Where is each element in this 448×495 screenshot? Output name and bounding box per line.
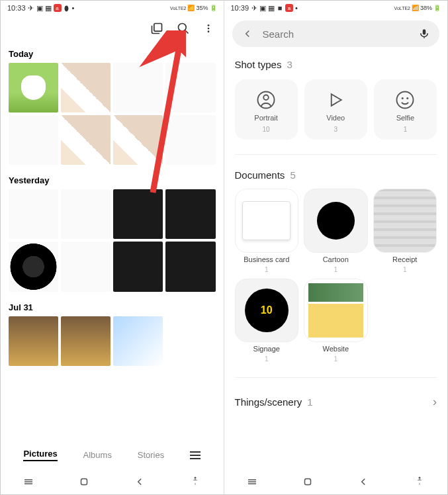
photo-thumb[interactable] [113, 189, 163, 239]
system-nav [224, 469, 448, 494]
section-shot-types: Shot types 3 Portrait 10 Video 3 Selfie [224, 52, 448, 146]
status-bar: 10:39 ✈ ▣ ▦ ■ a • VoLTE2 📶 38% 🔋 [224, 1, 448, 15]
photo-thumb[interactable] [61, 189, 111, 239]
photo-thumb[interactable] [9, 316, 58, 366]
photo-thumb[interactable] [113, 242, 163, 291]
photo-thumb[interactable] [165, 115, 215, 165]
network-label: VoLTE2 [170, 6, 186, 11]
section-count: 5 [290, 169, 295, 181]
photo-thumb[interactable] [9, 242, 58, 291]
search-input[interactable] [263, 28, 410, 40]
status-time: 10:33 [7, 4, 26, 12]
svg-rect-0 [154, 24, 161, 32]
photo-thumb[interactable] [113, 63, 163, 112]
recents-icon[interactable] [246, 476, 258, 488]
doc-website[interactable]: Website 1 [304, 279, 368, 363]
accessibility-icon[interactable] [414, 476, 426, 488]
photo-thumb[interactable] [9, 189, 58, 239]
tab-pictures[interactable]: Pictures [23, 449, 57, 461]
doc-count: 1 [265, 266, 269, 273]
mic-icon[interactable] [418, 28, 430, 40]
photo-thumb[interactable] [61, 63, 111, 112]
shot-label: Portrait [254, 114, 277, 122]
section-count: 3 [287, 59, 292, 70]
svg-rect-10 [81, 479, 87, 485]
section-title: Yesterday [9, 175, 216, 185]
battery-text: 35% [196, 5, 208, 11]
photo-thumb[interactable] [165, 242, 215, 291]
shot-type-selfie[interactable]: Selfie 1 [374, 79, 437, 140]
svg-point-1 [178, 24, 186, 32]
selfie-icon [395, 90, 415, 110]
more-icon[interactable] [203, 22, 214, 35]
doc-signage[interactable]: Signage 1 [235, 279, 299, 363]
doc-label: Cartoon [323, 255, 349, 263]
shot-count: 3 [334, 126, 337, 133]
airtel-icon: a [285, 4, 293, 12]
tab-albums[interactable]: Albums [83, 450, 112, 460]
doc-thumb [304, 189, 368, 253]
photo-thumb[interactable] [113, 316, 163, 366]
video-icon [326, 90, 345, 110]
photo-thumb[interactable] [9, 115, 58, 165]
status-time: 10:39 [231, 4, 249, 12]
photo-thumb[interactable] [61, 316, 111, 366]
back-icon[interactable] [357, 476, 369, 488]
portrait-icon [256, 90, 276, 110]
toolbar [1, 15, 224, 42]
status-bar: 10:33 ✈ ▣ ▦ a ⬮ • VoLTE2 📶 35% 🔋 [1, 1, 224, 15]
home-icon[interactable] [78, 476, 90, 488]
pill-icon: ⬮ [64, 5, 70, 11]
doc-label: Business card [244, 255, 289, 263]
doc-receipt[interactable]: Receipt 1 [373, 189, 437, 273]
bottom-tabs: Pictures Albums Stories [1, 441, 224, 469]
svg-rect-12 [423, 29, 426, 34]
doc-count: 1 [334, 266, 337, 273]
photo-thumb[interactable] [61, 115, 111, 165]
tab-stories[interactable]: Stories [138, 450, 164, 460]
airtel-icon: a [54, 4, 62, 12]
battery-icon: 🔋 [210, 5, 217, 11]
shot-label: Selfie [396, 114, 415, 122]
svg-rect-22 [305, 479, 311, 485]
menu-icon[interactable] [190, 451, 201, 459]
section-title: Things/scenery [235, 396, 302, 408]
search-bar[interactable] [232, 21, 440, 47]
search-icon[interactable] [177, 22, 190, 35]
svg-point-3 [207, 24, 209, 26]
gallery-main-screen: 10:33 ✈ ▣ ▦ a ⬮ • VoLTE2 📶 35% 🔋 [1, 1, 224, 494]
section-title: Jul 31 [9, 302, 216, 312]
svg-marker-15 [332, 94, 341, 106]
svg-line-2 [185, 30, 188, 34]
photo-thumb[interactable] [165, 63, 215, 112]
shot-type-portrait[interactable]: Portrait 10 [235, 79, 298, 140]
doc-cartoon[interactable]: Cartoon 1 [304, 189, 368, 273]
divider [235, 154, 437, 155]
doc-count: 1 [334, 355, 337, 363]
section-today: Today [1, 42, 224, 168]
signal-icon: 📶 [412, 5, 419, 11]
home-icon[interactable] [302, 476, 314, 488]
photo-thumb[interactable] [165, 189, 215, 239]
shot-type-video[interactable]: Video 3 [304, 79, 367, 140]
battery-icon: 🔋 [433, 5, 441, 11]
back-icon[interactable] [242, 28, 253, 40]
section-things[interactable]: Things/scenery 1 › [224, 386, 448, 418]
more-notif-dot: • [72, 4, 75, 12]
photo-thumb[interactable] [113, 115, 163, 165]
system-nav [1, 469, 224, 494]
notif-icon: ▦ [45, 5, 52, 11]
section-count: 1 [307, 396, 312, 408]
select-icon[interactable] [150, 22, 163, 35]
svg-point-14 [263, 95, 269, 101]
photo-thumb[interactable] [9, 63, 58, 112]
doc-business-card[interactable]: Business card 1 [235, 189, 299, 273]
photo-thumb[interactable] [61, 242, 111, 291]
back-icon[interactable] [134, 476, 146, 488]
svg-point-4 [207, 28, 209, 30]
telegram-icon: ✈ [251, 5, 257, 11]
signal-icon: 📶 [187, 5, 195, 11]
divider [235, 377, 437, 378]
accessibility-icon[interactable] [189, 476, 201, 488]
recents-icon[interactable] [22, 476, 34, 488]
